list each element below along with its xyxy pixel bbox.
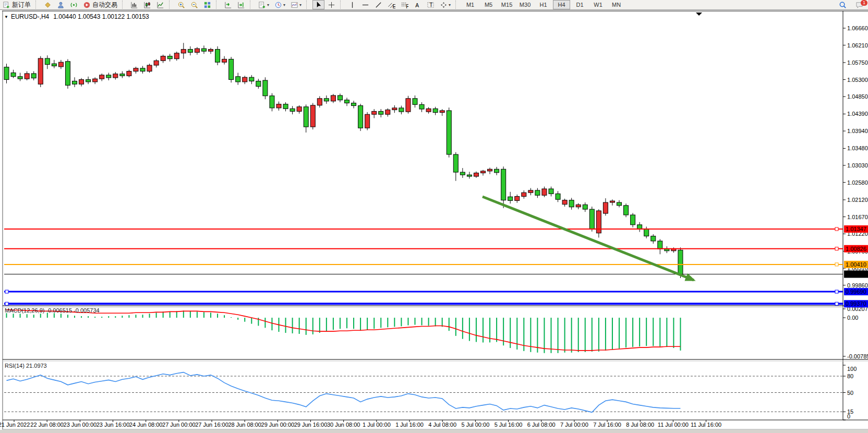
at-icon: [83, 1, 91, 9]
cur-icon: [315, 1, 322, 9]
timeframe-m5-button[interactable]: M5: [480, 0, 497, 9]
timeframe-m1-button[interactable]: M1: [462, 0, 479, 9]
dropdown-caret-icon[interactable]: ▾: [449, 3, 451, 7]
symbol-dropdown-icon[interactable]: ▼: [4, 15, 8, 19]
txT-icon: T: [427, 1, 435, 9]
text-button[interactable]: A: [412, 0, 424, 9]
svg-text:23 Jun 16:00: 23 Jun 16:00: [97, 422, 130, 428]
timeframe-d1-button[interactable]: D1: [571, 0, 588, 9]
txA-icon: A: [414, 1, 421, 9]
svg-text:100: 100: [847, 366, 857, 372]
chart-shift-button[interactable]: [235, 0, 247, 9]
svg-text:24 Jun 08:00: 24 Jun 08:00: [129, 422, 163, 428]
svg-text:29 Jun 00:00: 29 Jun 00:00: [261, 422, 295, 428]
svg-text:1.02120: 1.02120: [847, 197, 868, 203]
timeframe-h4-button[interactable]: H4: [553, 0, 570, 9]
cs-icon: [237, 1, 245, 9]
svg-text:22 Jun 08:00: 22 Jun 08:00: [30, 422, 64, 428]
macd-label: MACD(12,26,9) -0.006515 -0.005734: [5, 307, 100, 314]
ech-icon: E: [388, 1, 395, 9]
svg-text:4 Jul 08:00: 4 Jul 08:00: [428, 422, 456, 428]
svg-text:0.00: 0.00: [847, 315, 858, 321]
periods-button[interactable]: ▾: [272, 0, 287, 9]
cc-icon: [143, 1, 151, 9]
svg-text:1.00410: 1.00410: [846, 261, 866, 268]
svg-text:1.05750: 1.05750: [847, 59, 868, 66]
svg-text:T: T: [429, 2, 433, 8]
arrows-button[interactable]: ▾: [438, 0, 453, 9]
timeframe-w1-button[interactable]: W1: [589, 0, 607, 9]
dropdown-caret-icon[interactable]: ▾: [267, 3, 269, 7]
dropdown-caret-icon[interactable]: ▾: [299, 3, 302, 7]
svg-text:-0.007853: -0.007853: [847, 353, 868, 359]
arr-icon: [440, 1, 448, 9]
svg-text:1.06660: 1.06660: [847, 25, 868, 31]
community-button[interactable]: [55, 0, 67, 9]
svg-text:27 Jun 16:00: 27 Jun 16:00: [195, 422, 228, 428]
price-chart[interactable]: 1.066601.062101.057501.053001.048501.043…: [0, 10, 868, 433]
search-button[interactable]: [837, 0, 849, 9]
svg-text:0.99860: 0.99860: [847, 282, 868, 288]
svg-text:E: E: [392, 4, 395, 9]
fibonacci-button[interactable]: F: [399, 0, 411, 9]
templates-button[interactable]: ▾: [288, 0, 304, 9]
ch-icon: [328, 1, 335, 9]
vertical-line-button[interactable]: [346, 0, 358, 9]
line-chart-button[interactable]: [154, 0, 166, 9]
signals-button[interactable]: [68, 0, 80, 9]
zo-icon: [190, 1, 198, 9]
svg-text:50: 50: [847, 390, 853, 396]
svg-text:1.05300: 1.05300: [847, 77, 868, 83]
svg-text:1.01670: 1.01670: [847, 214, 868, 220]
timeframe-mn-button[interactable]: MN: [608, 0, 625, 9]
button-label: 新订单: [12, 1, 31, 9]
symbol-period: EURUSD-,H4: [11, 13, 49, 20]
timeframe-h1-button[interactable]: H1: [535, 0, 552, 9]
trendline-button[interactable]: [372, 0, 384, 9]
svg-text:28 Jun 08:00: 28 Jun 08:00: [228, 422, 261, 428]
svg-text:F: F: [406, 4, 408, 9]
candlestick-chart-button[interactable]: [141, 0, 153, 9]
bar-chart-button[interactable]: [128, 0, 140, 9]
svg-text:0.99370: 0.99370: [846, 300, 866, 307]
chart-window[interactable]: 1.066601.062101.057501.053001.048501.043…: [0, 10, 868, 433]
zi-icon: [177, 1, 185, 9]
cursor-button[interactable]: [312, 0, 324, 9]
sg-icon: [70, 1, 78, 9]
svg-text:8 Jul 08:00: 8 Jul 08:00: [626, 422, 654, 428]
svg-text:1.01347: 1.01347: [846, 226, 866, 232]
svg-text:1.04850: 1.04850: [847, 93, 868, 100]
toolbar-separator: [216, 1, 221, 9]
new-order-button[interactable]: 新订单: [1, 0, 33, 9]
svg-text:1.03940: 1.03940: [847, 128, 868, 134]
toolbar-separator: [122, 1, 127, 9]
dropdown-caret-icon[interactable]: ▾: [283, 3, 285, 7]
as-icon: [224, 1, 232, 9]
sea-icon: [839, 1, 847, 9]
equidistant-channel-button[interactable]: E: [385, 0, 397, 9]
notification-badge: 1: [861, 0, 867, 6]
vl-icon: [348, 1, 356, 9]
svg-text:29 Jun 16:00: 29 Jun 16:00: [294, 422, 328, 428]
notifications-button[interactable]: 1: [853, 0, 865, 9]
timeframe-m15-button[interactable]: M15: [498, 0, 515, 9]
svg-text:0.99690: 0.99690: [846, 288, 866, 295]
toolbar: 新订单自动交易▾▾▾EFAT▾M1M5M15M30H1H4D1W1MN1: [0, 0, 868, 10]
zoom-out-button[interactable]: [188, 0, 200, 9]
crosshair-button[interactable]: [326, 0, 337, 9]
svg-text:1.04390: 1.04390: [847, 111, 868, 117]
svg-text:7 Jul 16:00: 7 Jul 16:00: [593, 422, 621, 428]
new-chart-button[interactable]: [42, 0, 54, 9]
svg-text:30 Jun 08:00: 30 Jun 08:00: [327, 422, 360, 428]
tile-windows-button[interactable]: [201, 0, 213, 9]
svg-text:1 Jul 00:00: 1 Jul 00:00: [363, 422, 391, 428]
text-label-button[interactable]: T: [425, 0, 437, 9]
auto-scroll-button[interactable]: [222, 0, 234, 9]
zoom-in-button[interactable]: [175, 0, 187, 9]
timeframe-m30-button[interactable]: M30: [516, 0, 534, 9]
no-icon: [3, 1, 10, 9]
auto-trading-button[interactable]: 自动交易: [81, 0, 119, 9]
indicators-button[interactable]: ▾: [256, 0, 271, 9]
ohlc-values: 1.00440 1.00543 1.00122 1.00153: [53, 13, 149, 20]
horizontal-line-button[interactable]: [359, 0, 371, 9]
